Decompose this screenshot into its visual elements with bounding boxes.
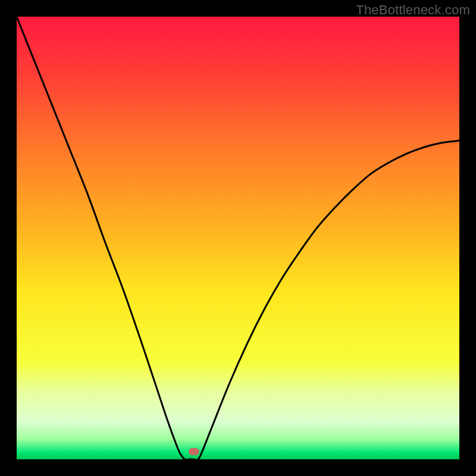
gradient-background — [17, 17, 459, 459]
optimal-point-marker — [189, 448, 199, 455]
watermark-text: TheBottleneck.com — [356, 2, 470, 18]
bottleneck-plot — [17, 17, 459, 459]
chart-frame: TheBottleneck.com — [0, 0, 476, 476]
